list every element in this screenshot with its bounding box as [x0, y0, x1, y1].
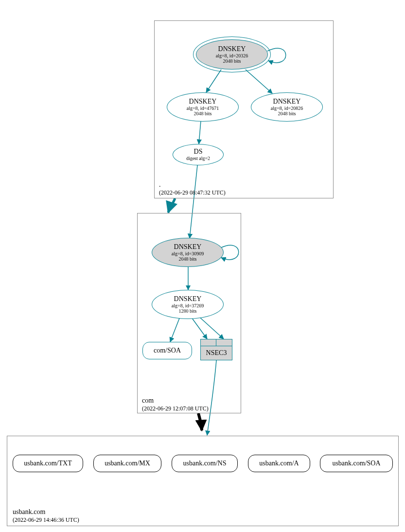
node-root-ksk: DNSKEY alg=8, id=20326 2048 bits: [196, 39, 268, 70]
node-root-ksk-l1: alg=8, id=20326: [216, 53, 248, 59]
zone-com-time: (2022-06-29 12:07:08 UTC): [142, 405, 209, 412]
node-root-ksk-l2: 2048 bits: [223, 58, 241, 64]
node-com-soa-label: com/SOA: [154, 347, 181, 355]
node-root-zsk-l2: 2048 bits: [194, 111, 212, 117]
zone-com-name: com: [142, 396, 209, 405]
node-root-zsk-l1: alg=8, id=47671: [187, 106, 219, 111]
zone-usbank-time: (2022-06-29 14:46:36 UTC): [13, 516, 79, 524]
node-root-key3: DNSKEY alg=8, id=20826 2048 bits: [251, 92, 323, 122]
node-rr-mx-label: usbank.com/MX: [105, 460, 150, 467]
node-com-zsk-l1: alg=8, id=37269: [172, 303, 204, 309]
node-com-ksk-title: DNSKEY: [174, 243, 202, 251]
nsec3-cell-bottom: NSEC3: [200, 346, 232, 360]
node-rr-soa-label: usbank.com/SOA: [332, 460, 380, 467]
zone-root-name: .: [159, 180, 226, 189]
node-root-ksk-title: DNSKEY: [218, 45, 246, 53]
node-root-zsk-title: DNSKEY: [189, 98, 217, 106]
node-nsec3: NSEC3: [200, 339, 232, 360]
node-root-key3-l1: alg=8, id=20826: [271, 106, 303, 111]
node-rr-ns-label: usbank.com/NS: [183, 460, 226, 467]
zone-root-label: . (2022-06-29 08:47:32 UTC): [159, 180, 226, 196]
node-com-soa: com/SOA: [142, 342, 192, 359]
node-com-zsk-title: DNSKEY: [174, 295, 202, 303]
node-com-ksk: DNSKEY alg=8, id=30909 2048 bits: [152, 238, 224, 267]
node-root-zsk: DNSKEY alg=8, id=47671 2048 bits: [167, 92, 239, 122]
node-root-ds-l1: digest alg=2: [186, 156, 210, 161]
node-com-zsk-l2: 1280 bits: [179, 308, 197, 314]
zone-root-time: (2022-06-29 08:47:32 UTC): [159, 189, 226, 196]
zone-com-label: com (2022-06-29 12:07:08 UTC): [142, 396, 209, 412]
node-com-ksk-l1: alg=8, id=30909: [172, 251, 204, 257]
node-rr-a: usbank.com/A: [248, 455, 310, 472]
node-root-key3-l2: 2048 bits: [278, 111, 296, 117]
zone-usbank-label: usbank.com (2022-06-29 14:46:36 UTC): [13, 508, 79, 524]
node-rr-txt-label: usbank.com/TXT: [24, 460, 71, 467]
zone-usbank-name: usbank.com: [13, 508, 79, 516]
nsec3-label: NSEC3: [206, 349, 227, 357]
node-root-ds-title: DS: [194, 148, 203, 156]
dnssec-diagram: . (2022-06-29 08:47:32 UTC) DNSKEY alg=8…: [0, 0, 405, 532]
node-root-ds: DS digest alg=2: [173, 144, 224, 165]
node-rr-soa: usbank.com/SOA: [320, 455, 393, 472]
node-root-key3-title: DNSKEY: [273, 98, 301, 106]
node-rr-a-label: usbank.com/A: [259, 460, 299, 467]
node-com-zsk: DNSKEY alg=8, id=37269 1280 bits: [152, 290, 224, 319]
node-rr-ns: usbank.com/NS: [172, 455, 238, 472]
node-rr-mx: usbank.com/MX: [93, 455, 161, 472]
node-rr-txt: usbank.com/TXT: [13, 455, 83, 472]
node-com-ksk-l2: 2048 bits: [179, 256, 197, 262]
